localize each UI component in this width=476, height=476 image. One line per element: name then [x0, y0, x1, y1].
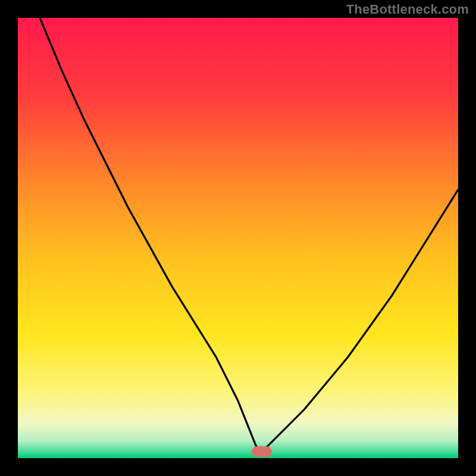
plot-area — [18, 18, 458, 458]
optimum-marker — [252, 446, 272, 457]
chart-frame: TheBottleneck.com — [0, 0, 476, 476]
watermark-text: TheBottleneck.com — [346, 2, 469, 17]
bottleneck-curve — [18, 18, 458, 458]
